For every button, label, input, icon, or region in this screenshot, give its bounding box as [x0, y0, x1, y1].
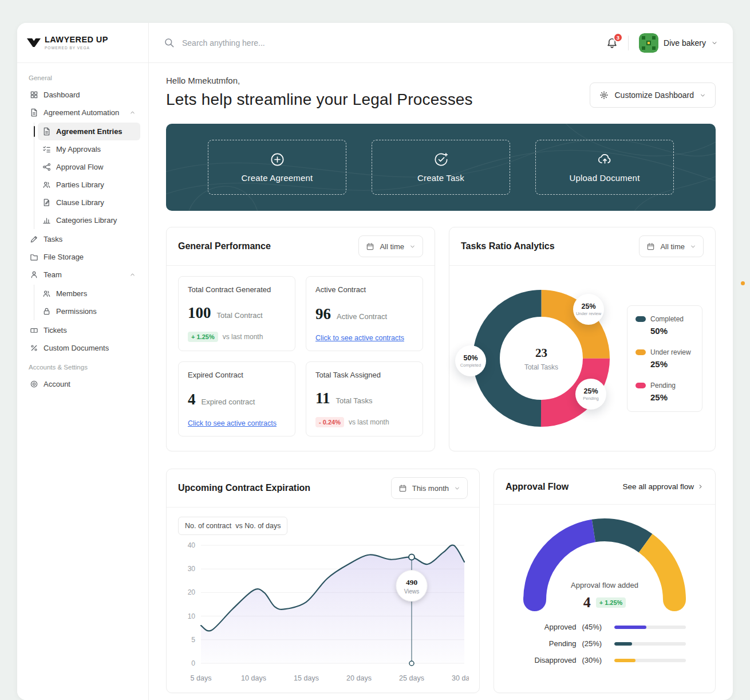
legend-percent: 25%: [650, 392, 694, 402]
sidebar-item-label: Dashboard: [44, 91, 136, 99]
legend-progress-bar: [614, 626, 686, 629]
create-agreement-button[interactable]: Create Agreement: [208, 140, 346, 195]
app-window: LAWYERED UP POWERED BY VEGA General Dash…: [17, 23, 733, 700]
y-tick-label: 10: [188, 612, 196, 620]
document-pen-icon: [42, 198, 51, 207]
chevron-up-icon: [129, 109, 136, 116]
cloud-upload-icon: [597, 152, 613, 167]
sidebar-item-label: Tickets: [44, 326, 136, 335]
stat-unit: Total Tasks: [336, 396, 373, 405]
sidebar-item-agreement-entries[interactable]: Agreement Entries: [38, 123, 140, 140]
sidebar-item-label: Tasks: [44, 235, 136, 243]
plus-circle-icon: [270, 152, 285, 167]
divider: [628, 36, 629, 50]
quick-actions-banner: Create Agreement Create Task Upload Docu…: [166, 124, 716, 211]
sidebar-item-label: My Approvals: [56, 145, 136, 154]
sidebar-item-file-storage[interactable]: File Storage: [25, 248, 140, 266]
sidebar-item-label: Agreement Entries: [56, 127, 136, 136]
sidebar-item-tickets[interactable]: Tickets: [25, 321, 140, 339]
approval-legend-row: Disapproved(30%): [506, 656, 704, 664]
sidebar-item-dashboard[interactable]: Dashboard: [25, 86, 140, 104]
greeting: Hello Mmekutmfon,: [166, 76, 473, 85]
time-filter-value: All time: [660, 242, 685, 251]
stat-label: Total Task Assigned: [315, 371, 413, 379]
x-tick-label: 25 days: [399, 674, 424, 682]
chevron-down-icon: [454, 485, 460, 491]
callout-label: Under review: [576, 311, 601, 316]
stat-label: Total Contract Generated: [188, 285, 286, 294]
time-filter-select[interactable]: All time: [639, 235, 704, 257]
stat-label: Active Contract: [315, 285, 413, 294]
check-circle-icon: [433, 152, 449, 167]
x-tick-label: 10 days: [241, 674, 266, 682]
search-bar[interactable]: [164, 37, 606, 48]
sidebar-item-approval-flow[interactable]: Approval Flow: [38, 158, 140, 176]
stat-value: 11: [315, 390, 330, 407]
sidebar-item-label: Custom Documents: [44, 344, 136, 352]
tasks-ratio-legend: Completed50%Under review25%Pending25%: [627, 305, 702, 412]
sidebar-item-label: File Storage: [44, 253, 136, 261]
chevron-down-icon: [409, 243, 416, 250]
see-all-approval-flow-link[interactable]: See all approval flow: [622, 482, 704, 491]
chevron-down-icon: [700, 92, 706, 99]
pen-icon: [30, 235, 38, 243]
sidebar-item-team[interactable]: Team: [25, 266, 140, 284]
stat-value: 96: [315, 305, 331, 323]
sidebar: LAWYERED UP POWERED BY VEGA General Dash…: [17, 23, 149, 700]
upload-document-button[interactable]: Upload Document: [535, 140, 674, 195]
people-icon: [42, 180, 51, 189]
folder-icon: [30, 253, 38, 261]
sidebar-item-custom-documents[interactable]: Custom Documents: [25, 339, 140, 357]
sidebar-item-tasks[interactable]: Tasks: [25, 230, 140, 248]
stat-tile-total-tasks: Total Task Assigned 11 Total Tasks - 0.2…: [306, 361, 423, 436]
approval-gauge-chart: Approval flow added 4 + 1.25%: [519, 514, 690, 612]
y-tick-label: 0: [191, 659, 195, 667]
stat-tile-total-contracts: Total Contract Generated 100 Total Contr…: [178, 276, 295, 351]
user-menu[interactable]: Dive bakery: [639, 33, 718, 53]
x-tick-label: 15 days: [294, 674, 319, 682]
sidebar-item-my-approvals[interactable]: My Approvals: [38, 140, 140, 158]
sidebar-item-clause-library[interactable]: Clause Library: [38, 194, 140, 211]
expired-contracts-link[interactable]: Click to see active contracts: [188, 419, 286, 427]
card-title: Upcoming Contract Expiration: [178, 483, 310, 493]
checklist-icon: [42, 145, 51, 154]
sidebar-item-agreement-automation[interactable]: Agreement Automation: [25, 104, 140, 121]
gear-icon: [599, 91, 609, 100]
sidebar-item-members[interactable]: Members: [38, 285, 140, 302]
percent-icon: [30, 344, 38, 352]
stat-note: vs last month: [349, 418, 389, 426]
stat-tile-expired-contracts: Expired Contract 4 Expired contract Clic…: [178, 361, 295, 436]
legend-percent: 50%: [650, 326, 694, 336]
nav-section-accounts: Accounts & Settings: [29, 364, 137, 371]
calendar-icon: [646, 242, 655, 251]
donut-callout-completed: 50% Completed: [455, 345, 486, 376]
month-filter-select[interactable]: This month: [391, 477, 468, 499]
ticket-icon: [30, 326, 38, 335]
y-tick-label: 5: [191, 636, 195, 644]
sidebar-item-label: Clause Library: [56, 198, 136, 207]
create-task-button[interactable]: Create Task: [372, 140, 510, 195]
sidebar-nav: General Dashboard Agreement Automation A…: [17, 63, 148, 393]
stat-tile-active-contracts: Active Contract 96 Active Contract Click…: [306, 276, 423, 351]
customize-dashboard-button[interactable]: Customize Dashboard: [590, 82, 716, 108]
card-title: Approval Flow: [506, 482, 569, 492]
stat-value: 100: [188, 304, 211, 322]
sidebar-item-account[interactable]: Account: [25, 375, 140, 393]
active-contracts-link[interactable]: Click to see active contracts: [315, 334, 413, 342]
team-subnav: Members Permissions: [34, 285, 140, 320]
time-filter-select[interactable]: All time: [358, 235, 423, 257]
logo[interactable]: LAWYERED UP POWERED BY VEGA: [17, 23, 148, 63]
notifications-button[interactable]: 3: [606, 37, 618, 49]
see-all-label: See all approval flow: [622, 482, 694, 491]
legend-percent: (45%): [582, 623, 609, 631]
sidebar-item-categories-library[interactable]: Categories Library: [38, 211, 140, 229]
sidebar-item-parties-library[interactable]: Parties Library: [38, 176, 140, 194]
chevron-up-icon: [129, 272, 136, 278]
callout-percent: 25%: [583, 387, 598, 395]
stat-label: Expired Contract: [188, 371, 286, 379]
search-input[interactable]: [182, 38, 425, 48]
upcoming-expiration-card: Upcoming Contract Expiration This month …: [166, 469, 480, 693]
legend-progress-bar: [614, 659, 686, 662]
sidebar-item-permissions[interactable]: Permissions: [38, 302, 140, 320]
legend-name: Under review: [650, 348, 691, 356]
